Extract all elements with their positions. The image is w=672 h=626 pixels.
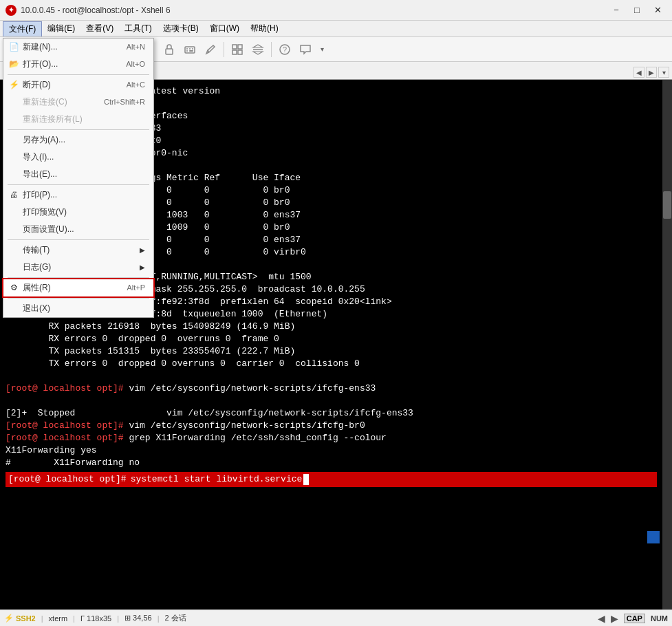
close-button[interactable]: ✕ xyxy=(649,3,666,17)
term-input-prompt: [root@ localhost opt]# xyxy=(6,472,129,487)
num-label: NUM xyxy=(651,614,668,623)
file-dropdown: 📄 新建(N)... Alt+N 📂 打开(O)... Alt+O ⚡ 断开(D… xyxy=(3,38,154,318)
tab-nav-left[interactable]: ◀ xyxy=(633,67,644,78)
menu-edit[interactable]: 编辑(E) xyxy=(42,21,80,36)
menu-file[interactable]: 文件(F) xyxy=(3,21,42,36)
status-sep1: | xyxy=(41,614,43,623)
sep3 xyxy=(8,184,149,185)
menu-exit[interactable]: 退出(X) xyxy=(3,300,153,317)
svg-rect-21 xyxy=(232,45,237,49)
term-stopped: [2]+ Stopped vim /etc/sysconfig/network-… xyxy=(6,407,657,420)
tb-lock[interactable] xyxy=(160,40,179,59)
maximize-button[interactable]: □ xyxy=(628,3,646,17)
menu-page-setup[interactable]: 页面设置(U)... xyxy=(3,221,153,238)
svg-rect-22 xyxy=(238,45,242,49)
position-label: ⊞ 34,56 xyxy=(124,614,152,623)
tb-expand[interactable] xyxy=(248,40,268,59)
menu-print-preview[interactable]: 打印预览(V) xyxy=(3,204,153,221)
file-menu-wrapper: 文件(F) 📄 新建(N)... Alt+N 📂 打开(O)... Alt+O … xyxy=(3,21,42,36)
svg-text:?: ? xyxy=(283,45,287,54)
status-right: ◀ ▶ CAP NUM xyxy=(598,613,668,624)
xterm-label: xterm xyxy=(49,614,68,623)
cap-label: CAP xyxy=(624,614,645,623)
menu-import[interactable]: 导入(I)... xyxy=(3,149,153,166)
svg-marker-26 xyxy=(253,45,263,47)
ssh-icon: ⚡ xyxy=(4,614,14,623)
menu-tools[interactable]: 工具(T) xyxy=(119,21,157,36)
menu-bar: 文件(F) 📄 新建(N)... Alt+N 📂 打开(O)... Alt+O … xyxy=(0,21,672,37)
menu-transfer[interactable]: 传输(T) ▶ xyxy=(3,241,153,259)
menu-log[interactable]: 日志(G) ▶ xyxy=(3,259,153,276)
sep4 xyxy=(8,239,149,240)
svg-rect-24 xyxy=(238,50,242,54)
menu-open[interactable]: 📂 打开(O)... Alt+O xyxy=(3,56,153,73)
menu-reconnect: 重新连接(C) Ctrl+Shift+R xyxy=(3,94,153,111)
minimize-button[interactable]: − xyxy=(607,3,625,17)
term-input-line[interactable]: [root@ localhost opt]# systemctl start l… xyxy=(6,472,657,487)
scroll-spacer xyxy=(662,80,672,190)
print-icon: 🖨 xyxy=(8,188,20,201)
window-controls: − □ ✕ xyxy=(607,3,666,17)
nav-left[interactable]: ◀ xyxy=(598,613,605,624)
new-icon: 📄 xyxy=(8,41,20,53)
status-bar: ⚡ SSH2 | xterm | Γ 118x35 | ⊞ 34,56 | 2 … xyxy=(0,609,672,626)
svg-rect-13 xyxy=(166,49,173,54)
menu-view[interactable]: 查看(V) xyxy=(80,21,119,36)
term-x11-yes: X11Forwarding yes xyxy=(6,444,657,457)
cursor xyxy=(303,474,309,485)
toolbar-overflow[interactable]: ▾ xyxy=(316,40,327,59)
term-line-20: RX packets 216918 bytes 154098249 (146.9… xyxy=(6,321,657,333)
sessions-label: 2 会话 xyxy=(164,613,186,623)
term-x11-no: # X11Forwarding no xyxy=(6,457,657,469)
svg-marker-27 xyxy=(253,52,263,54)
size-label: Γ 118x35 xyxy=(80,614,111,623)
svg-line-20 xyxy=(208,50,209,52)
sep6 xyxy=(8,298,149,299)
status-sep4: | xyxy=(158,614,160,623)
menu-window[interactable]: 窗口(W) xyxy=(204,21,245,36)
menu-save-as[interactable]: 另存为(A)... xyxy=(3,131,153,149)
log-arrow: ▶ xyxy=(140,263,145,271)
menu-new[interactable]: 📄 新建(N)... Alt+N xyxy=(3,39,153,56)
sep5 xyxy=(8,277,149,278)
term-blank3 xyxy=(6,370,657,382)
tb-grid[interactable] xyxy=(228,40,247,59)
tb-help[interactable]: ? xyxy=(275,40,294,59)
scroll-indicator xyxy=(647,531,660,543)
disconnect-icon: ⚡ xyxy=(8,78,20,91)
menu-properties[interactable]: ⚙ 属性(R) Alt+P xyxy=(3,279,153,296)
sep2 xyxy=(8,129,149,130)
menu-help[interactable]: 帮助(H) xyxy=(245,21,284,36)
properties-icon: ⚙ xyxy=(8,281,20,294)
app-icon: ✦ xyxy=(6,5,17,16)
tb-chat[interactable] xyxy=(296,40,315,59)
term-line-23: TX errors 0 dropped 0 overruns 0 carrier… xyxy=(6,358,657,370)
menu-disconnect[interactable]: ⚡ 断开(D) Alt+C xyxy=(3,76,153,94)
term-line-22: TX packets 151315 bytes 233554071 (222.7… xyxy=(6,345,657,358)
svg-rect-14 xyxy=(185,47,195,53)
title-bar: ✦ 10.0.0.45 - root@localhost:/opt - Xshe… xyxy=(0,0,672,21)
window-title: 10.0.0.45 - root@localhost:/opt - Xshell… xyxy=(21,6,607,15)
scroll-thumb[interactable] xyxy=(663,191,671,219)
tab-nav-right[interactable]: ▶ xyxy=(646,67,657,78)
sep3 xyxy=(224,42,224,57)
tab-nav-menu[interactable]: ▾ xyxy=(658,67,669,78)
menu-tabs[interactable]: 选项卡(B) xyxy=(158,21,204,36)
open-icon: 📂 xyxy=(8,58,20,70)
transfer-arrow: ▶ xyxy=(140,246,145,254)
menu-reconnect-all: 重新连接所有(L) xyxy=(3,111,153,128)
term-input-cmd: systemctl start libvirtd.service xyxy=(129,472,304,487)
svg-rect-23 xyxy=(232,50,237,54)
status-sep3: | xyxy=(117,614,119,623)
tb-pencil[interactable] xyxy=(201,40,220,59)
tb-keyboard[interactable] xyxy=(180,40,199,59)
status-ssh: ⚡ SSH2 xyxy=(4,614,36,623)
status-sep2: | xyxy=(73,614,75,623)
menu-print[interactable]: 🖨 打印(P)... xyxy=(3,186,153,204)
menu-export[interactable]: 导出(E)... xyxy=(3,166,153,183)
term-prompt-3: [root@ localhost opt]# grep X11Forwardin… xyxy=(6,432,657,444)
tab-navigation: ◀ ▶ ▾ xyxy=(633,67,669,79)
nav-right[interactable]: ▶ xyxy=(611,613,618,624)
term-prompt-1: [root@ localhost opt]# vim /etc/sysconfi… xyxy=(6,382,657,395)
terminal-scrollbar[interactable] xyxy=(662,80,672,609)
